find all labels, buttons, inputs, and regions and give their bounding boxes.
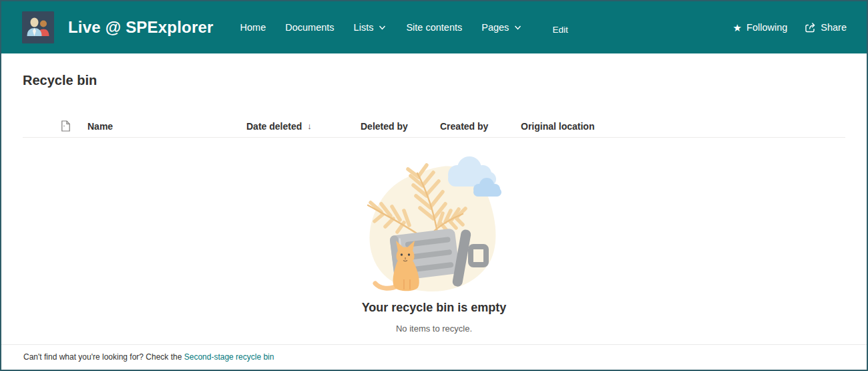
column-header-date-deleted[interactable]: Date deleted ↓ [246,121,361,132]
chevron-down-icon [378,23,387,31]
nav-item-label: Lists [354,22,374,33]
top-nav: Home Documents Lists Site contents Pages… [240,21,568,35]
star-icon: ★ [733,23,742,33]
share-button[interactable]: Share [804,21,847,33]
column-header-file-type[interactable] [23,120,87,132]
empty-state: Your recycle bin is empty No items to re… [23,154,845,334]
site-title[interactable]: Live @ SPExplorer [68,18,214,37]
nav-item-lists[interactable]: Lists [354,22,387,33]
table-header-row: Name Date deleted ↓ Deleted by Created b… [23,115,845,138]
chevron-down-icon [513,23,522,31]
footer: Can't find what you're looking for? Chec… [1,344,867,370]
share-label: Share [821,22,847,33]
nav-item-site-contents[interactable]: Site contents [406,22,462,33]
column-header-name[interactable]: Name [87,121,246,132]
nav-item-pages[interactable]: Pages [481,22,522,33]
following-button[interactable]: ★ Following [733,22,788,33]
trash-can-cat-clouds-illustration [364,154,504,295]
document-icon [61,120,71,132]
nav-item-label: Pages [481,22,509,33]
sort-descending-icon: ↓ [307,121,312,131]
share-icon [804,21,816,33]
header-actions: ★ Following Share [733,21,847,33]
column-header-created-by[interactable]: Created by [440,121,521,132]
nav-edit-button[interactable]: Edit [552,21,568,35]
main-content: Recycle bin Name Date deleted ↓ Deleted … [1,73,867,334]
column-header-original-location[interactable]: Original location [521,121,845,132]
second-stage-recycle-bin-link[interactable]: Second-stage recycle bin [184,352,274,362]
two-people-icon [22,11,54,43]
site-logo[interactable] [22,11,54,43]
empty-state-subtitle: No items to recycle. [396,324,472,334]
site-header: Live @ SPExplorer Home Documents Lists S… [1,1,867,53]
page-title: Recycle bin [23,73,845,88]
recycle-bin-page: Live @ SPExplorer Home Documents Lists S… [0,0,868,371]
nav-item-home[interactable]: Home [240,22,266,33]
column-label: Date deleted [246,121,302,132]
footer-help-text: Can't find what you're looking for? Chec… [23,352,184,362]
following-label: Following [746,22,787,33]
nav-item-documents[interactable]: Documents [285,22,334,33]
empty-state-title: Your recycle bin is empty [362,301,507,315]
column-header-deleted-by[interactable]: Deleted by [361,121,440,132]
